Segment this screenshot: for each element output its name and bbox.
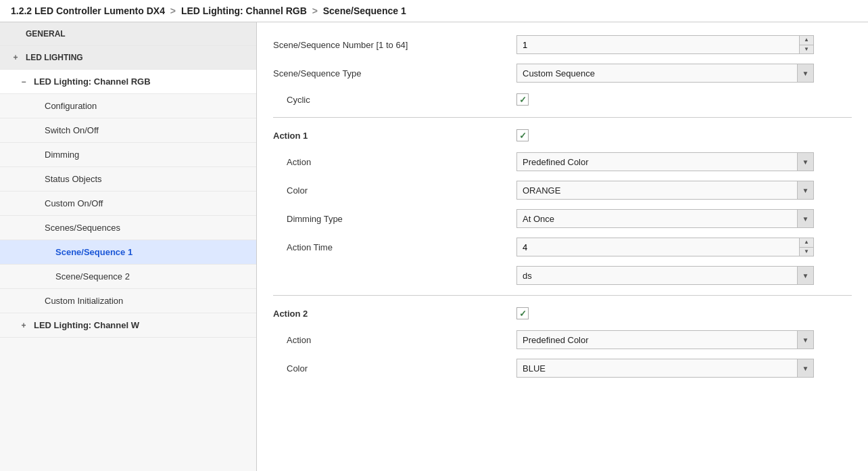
- action1-control: [516, 129, 814, 141]
- sidebar-item-dimming[interactable]: Dimming: [0, 143, 256, 167]
- action1-color-control: ORANGE RED GREEN BLUE WHITE YELLOW ▼: [516, 181, 814, 200]
- divider-1: [273, 117, 852, 118]
- sidebar-item-custom-on-off[interactable]: Custom On/Off: [0, 192, 256, 216]
- scene-number-spin-down[interactable]: ▼: [800, 45, 813, 54]
- breadcrumb-sep2: >: [312, 5, 318, 16]
- scene-number-spin: ▲ ▼: [799, 36, 813, 53]
- action2-header-row: Action 2: [273, 301, 852, 326]
- action1-time-input[interactable]: [517, 238, 799, 256]
- breadcrumb: 1.2.2 LED Controller Lumento DX4 > LED L…: [0, 0, 868, 22]
- content-area: Scene/Sequence Number [1 to 64] ▲ ▼ Scen…: [257, 22, 868, 471]
- breadcrumb-part3: Scene/Sequence 1: [323, 5, 406, 16]
- led-channel-rgb-toggle-icon: −: [19, 77, 28, 87]
- action1-time-spin-down[interactable]: ▼: [800, 248, 813, 256]
- sidebar-item-scene-sequence-2-label: Scene/Sequence 2: [55, 271, 130, 282]
- action1-time-unit-select[interactable]: ds s ms: [517, 267, 813, 284]
- action2-action-control: Predefined Color Custom Color Off On ▼: [516, 330, 814, 349]
- action1-time-row: Action Time ▲ ▼: [273, 233, 852, 261]
- scene-number-spin-up[interactable]: ▲: [800, 36, 813, 45]
- sidebar-item-status-objects-label: Status Objects: [45, 174, 102, 184]
- sidebar-item-configuration[interactable]: Configuration: [0, 94, 256, 118]
- sidebar-item-scenes-sequences-label: Scenes/Sequences: [45, 223, 120, 233]
- divider-2: [273, 295, 852, 296]
- sidebar-item-led-channel-rgb[interactable]: − LED Lighting: Channel RGB: [0, 70, 256, 94]
- led-lighting-w-toggle-icon: +: [19, 321, 28, 330]
- sidebar-item-scenes-sequences[interactable]: Scenes/Sequences: [0, 216, 256, 240]
- cyclic-checkbox[interactable]: [516, 93, 529, 106]
- scene-number-input-wrapper: ▲ ▼: [516, 35, 814, 54]
- action1-action-row: Action Predefined Color Custom Color Off…: [273, 148, 852, 176]
- scene-type-dropdown-wrapper: Custom Sequence Scene Sequence ▼: [516, 64, 814, 83]
- sidebar-item-dimming-label: Dimming: [45, 150, 79, 160]
- scene-number-input[interactable]: [517, 36, 799, 53]
- sidebar-item-scene-sequence-2[interactable]: Scene/Sequence 2: [0, 265, 256, 289]
- sidebar-item-led-lighting[interactable]: + LED LIGHTING: [0, 46, 256, 70]
- sidebar-item-led-lighting-label: LED LIGHTING: [26, 53, 83, 62]
- scene-type-label: Scene/Sequence Type: [273, 68, 516, 78]
- sidebar-item-general-label: GENERAL: [26, 29, 66, 39]
- action1-label: Action 1: [273, 131, 516, 141]
- action1-color-row: Color ORANGE RED GREEN BLUE WHITE YELLOW…: [273, 176, 852, 204]
- sidebar-item-scene-sequence-1-label: Scene/Sequence 1: [55, 247, 132, 257]
- action2-color-select[interactable]: ORANGE RED GREEN BLUE WHITE YELLOW: [517, 359, 813, 377]
- action1-action-select[interactable]: Predefined Color Custom Color Off On: [517, 153, 813, 171]
- scene-type-select[interactable]: Custom Sequence Scene Sequence: [517, 64, 813, 82]
- action1-time-spin-up[interactable]: ▲: [800, 238, 813, 248]
- scene-number-control: ▲ ▼: [516, 35, 814, 54]
- action2-action-label: Action: [273, 335, 516, 345]
- breadcrumb-part1: 1.2.2 LED Controller Lumento DX4: [11, 5, 165, 16]
- action1-time-unit-control: ds s ms ▼: [516, 266, 814, 285]
- action1-time-spin: ▲ ▼: [799, 238, 813, 256]
- action1-action-dropdown-wrapper: Predefined Color Custom Color Off On ▼: [516, 152, 814, 171]
- action1-time-label: Action Time: [273, 242, 516, 252]
- action1-dimming-control: At Once Soft Jump ▼: [516, 209, 814, 228]
- scene-type-row: Scene/Sequence Type Custom Sequence Scen…: [273, 59, 852, 87]
- action1-dimming-select[interactable]: At Once Soft Jump: [517, 210, 813, 227]
- action1-header-row: Action 1: [273, 123, 852, 148]
- cyclic-label: Cyclic: [273, 95, 516, 105]
- action2-checkbox[interactable]: [516, 307, 529, 319]
- action2-control: [516, 307, 814, 319]
- action1-time-control: ▲ ▼: [516, 238, 814, 256]
- sidebar-item-custom-initialization-label: Custom Initialization: [45, 296, 123, 306]
- action1-time-unit-dropdown-wrapper: ds s ms ▼: [516, 266, 814, 285]
- sidebar-item-custom-initialization[interactable]: Custom Initialization: [0, 289, 256, 313]
- action1-dimming-row: Dimming Type At Once Soft Jump ▼: [273, 204, 852, 233]
- sidebar-item-configuration-label: Configuration: [45, 101, 97, 111]
- scene-number-row: Scene/Sequence Number [1 to 64] ▲ ▼: [273, 30, 852, 59]
- action1-color-label: Color: [273, 185, 516, 196]
- action1-dimming-label: Dimming Type: [273, 214, 516, 224]
- action1-time-unit-row: ds s ms ▼: [273, 261, 852, 290]
- scene-type-control: Custom Sequence Scene Sequence ▼: [516, 64, 814, 83]
- scene-number-label: Scene/Sequence Number [1 to 64]: [273, 40, 516, 50]
- main-layout: GENERAL + LED LIGHTING − LED Lighting: C…: [0, 22, 868, 471]
- form-section-main: Scene/Sequence Number [1 to 64] ▲ ▼ Scen…: [257, 22, 868, 390]
- sidebar-item-switch-on-off[interactable]: Switch On/Off: [0, 118, 256, 143]
- sidebar: GENERAL + LED LIGHTING − LED Lighting: C…: [0, 22, 257, 471]
- action1-time-input-wrapper: ▲ ▼: [516, 238, 814, 256]
- sidebar-item-switch-on-off-label: Switch On/Off: [45, 125, 99, 135]
- cyclic-control: [516, 93, 814, 106]
- action1-action-control: Predefined Color Custom Color Off On ▼: [516, 152, 814, 171]
- breadcrumb-part2: LED Lighting: Channel RGB: [181, 5, 307, 16]
- action1-color-select[interactable]: ORANGE RED GREEN BLUE WHITE YELLOW: [517, 181, 813, 199]
- action2-action-dropdown-wrapper: Predefined Color Custom Color Off On ▼: [516, 330, 814, 349]
- sidebar-item-led-channel-rgb-label: LED Lighting: Channel RGB: [34, 76, 151, 87]
- cyclic-row: Cyclic: [273, 87, 852, 112]
- sidebar-item-custom-on-off-label: Custom On/Off: [45, 198, 103, 208]
- sidebar-item-led-lighting-w-label: LED Lighting: Channel W: [34, 320, 139, 330]
- action2-action-select[interactable]: Predefined Color Custom Color Off On: [517, 331, 813, 349]
- sidebar-item-led-lighting-w[interactable]: + LED Lighting: Channel W: [0, 313, 256, 338]
- action1-dimming-dropdown-wrapper: At Once Soft Jump ▼: [516, 209, 814, 228]
- action2-label: Action 2: [273, 309, 516, 319]
- action1-color-dropdown-wrapper: ORANGE RED GREEN BLUE WHITE YELLOW ▼: [516, 181, 814, 200]
- sidebar-item-scene-sequence-1[interactable]: Scene/Sequence 1: [0, 240, 256, 265]
- sidebar-item-general[interactable]: GENERAL: [0, 22, 256, 46]
- action1-action-label: Action: [273, 157, 516, 167]
- action2-color-row: Color ORANGE RED GREEN BLUE WHITE YELLOW…: [273, 354, 852, 382]
- breadcrumb-sep1: >: [170, 5, 176, 16]
- action2-color-control: ORANGE RED GREEN BLUE WHITE YELLOW ▼: [516, 359, 814, 378]
- action1-checkbox[interactable]: [516, 129, 529, 141]
- led-lighting-toggle-icon: +: [11, 53, 20, 62]
- sidebar-item-status-objects[interactable]: Status Objects: [0, 167, 256, 192]
